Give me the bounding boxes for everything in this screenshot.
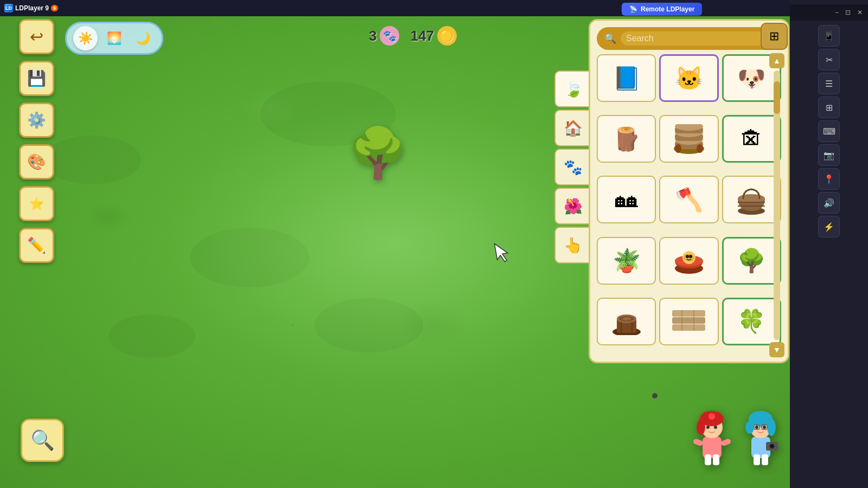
version-badge: 9: [51, 5, 58, 11]
basket-svg: [735, 185, 768, 215]
svg-rect-56: [762, 454, 768, 465]
search-input[interactable]: [621, 31, 774, 46]
red-hair-character: [689, 407, 735, 477]
svg-point-10: [738, 194, 765, 203]
view-toggle-button[interactable]: ⊞: [761, 23, 788, 50]
log-pile-svg: [673, 124, 705, 154]
ld-phone-tool[interactable]: 📱: [818, 25, 840, 47]
svg-point-36: [714, 426, 717, 429]
ld-location-tool[interactable]: 📍: [818, 168, 840, 190]
items-grid: 📘 🐱 🐶 🪵 🏚 🏘 🪓: [597, 54, 781, 355]
item-potted-plant[interactable]: 🪴: [597, 237, 656, 285]
svg-point-37: [709, 413, 715, 420]
ld-close-btn[interactable]: ✕: [855, 8, 865, 17]
scrollbar-thumb: [774, 81, 780, 114]
scroll-down-button[interactable]: ▼: [769, 342, 784, 357]
gear-icon: ⚙️: [27, 111, 46, 129]
item-log-stack[interactable]: 🪵: [597, 115, 656, 163]
back-button[interactable]: ↩: [19, 19, 54, 54]
time-selector: ☀️ 🌅 🌙: [65, 22, 163, 55]
nature-category-button[interactable]: 🍃: [554, 70, 591, 107]
ld-volume-tool[interactable]: 🔊: [818, 192, 840, 214]
paw-category-button[interactable]: 🐾: [554, 149, 591, 185]
svg-rect-39: [713, 454, 719, 465]
star-icon: ⭐: [29, 197, 44, 211]
paw-currency-icon: 🐾: [380, 26, 399, 46]
svg-point-47: [755, 426, 758, 429]
svg-rect-28: [672, 310, 705, 317]
ld-menu-tool[interactable]: ☰: [818, 73, 840, 94]
ld-keyboard-tool[interactable]: ⌨: [818, 120, 840, 142]
building-category-button[interactable]: 🏠: [554, 110, 591, 146]
category-sidebar: 🍃 🏠 🐾 🌺 👆: [554, 70, 591, 264]
flower-category-button[interactable]: 🌺: [554, 188, 591, 224]
palette-button[interactable]: 🎨: [19, 144, 54, 179]
svg-point-17: [686, 255, 689, 258]
remote-label: Remote LDPlayer: [641, 5, 694, 13]
save-button[interactable]: 💾: [19, 61, 54, 96]
item-panel: 🔍 📘 🐱 🐶 🪵 🏚 🏘 🪓: [589, 19, 789, 363]
item-blue-book[interactable]: 📘: [597, 54, 656, 102]
svg-rect-26: [672, 324, 705, 331]
char1-svg: [689, 407, 735, 466]
ld-fullscreen-tool[interactable]: ⊞: [818, 97, 840, 118]
ld-top-bar: − ⊡ ✕: [790, 4, 868, 21]
svg-rect-31: [703, 436, 722, 458]
item-food-bowl[interactable]: [659, 237, 718, 285]
sunset-button[interactable]: 🌅: [102, 26, 126, 50]
svg-point-34: [697, 420, 705, 435]
item-grey-cat[interactable]: 🐱: [659, 54, 718, 102]
ld-restore-btn[interactable]: ⊡: [843, 8, 853, 17]
svg-rect-41: [720, 438, 731, 447]
svg-point-18: [689, 255, 692, 258]
svg-point-35: [706, 426, 710, 429]
item-blue-house[interactable]: 🏘: [597, 176, 656, 223]
ld-camera-tool[interactable]: 📷: [818, 144, 840, 166]
palette-icon: 🎨: [27, 153, 46, 171]
stamp-button[interactable]: ✏️: [19, 228, 54, 263]
svg-rect-55: [754, 454, 760, 465]
paw-currency: 3 🐾: [369, 26, 399, 46]
item-axe[interactable]: 🪓: [659, 176, 718, 223]
char2-svg: [738, 407, 784, 466]
left-sidebar: ↩ 💾 ⚙️ 🎨 ⭐ ✏️: [19, 19, 54, 263]
scrollbar-track[interactable]: [774, 70, 780, 340]
coin-count: 147: [410, 28, 433, 44]
back-icon: ↩: [30, 27, 43, 46]
stamp-icon: ✏️: [27, 236, 46, 254]
game-plant: 🌳: [347, 125, 408, 182]
item-wood-planks[interactable]: [659, 298, 718, 345]
settings-button[interactable]: ⚙️: [19, 102, 54, 138]
ldplayer-logo-icon: LD: [4, 4, 13, 12]
ld-minimize-btn[interactable]: −: [833, 8, 841, 17]
day-button[interactable]: ☀️: [73, 26, 98, 50]
scroll-controls: ▲ ▼: [769, 53, 784, 357]
svg-point-7: [675, 144, 681, 153]
planks-svg: [671, 309, 706, 333]
ld-boost-tool[interactable]: ⚡: [818, 216, 840, 237]
paw-count: 3: [369, 28, 376, 44]
svg-rect-27: [672, 317, 705, 324]
search-fab-button[interactable]: 🔍: [21, 419, 64, 462]
item-log-pile[interactable]: [659, 115, 718, 163]
blue-hair-character: [738, 407, 784, 477]
scroll-up-button[interactable]: ▲: [769, 53, 784, 68]
search-icon: 🔍: [604, 33, 616, 44]
svg-point-46: [745, 421, 754, 434]
search-fab-icon: 🔍: [30, 429, 55, 452]
svg-rect-38: [705, 454, 711, 465]
hand-category-button[interactable]: 👆: [554, 227, 591, 264]
night-button[interactable]: 🌙: [131, 26, 155, 50]
remote-ldplayer-button[interactable]: 📡 Remote LDPlayer: [622, 3, 702, 16]
svg-point-45: [767, 419, 776, 436]
item-stump[interactable]: [597, 298, 656, 345]
food-bowl-svg: [673, 246, 705, 275]
characters-display: [689, 407, 784, 477]
ld-scissors-tool[interactable]: ✂: [818, 49, 840, 70]
svg-point-8: [697, 144, 703, 153]
save-icon: 💾: [27, 69, 46, 87]
dot-indicator: [652, 393, 658, 399]
star-screen-button[interactable]: ⭐: [19, 186, 54, 221]
stump-svg: [610, 308, 643, 335]
currency-display: 3 🐾 147 🟡: [369, 26, 457, 46]
